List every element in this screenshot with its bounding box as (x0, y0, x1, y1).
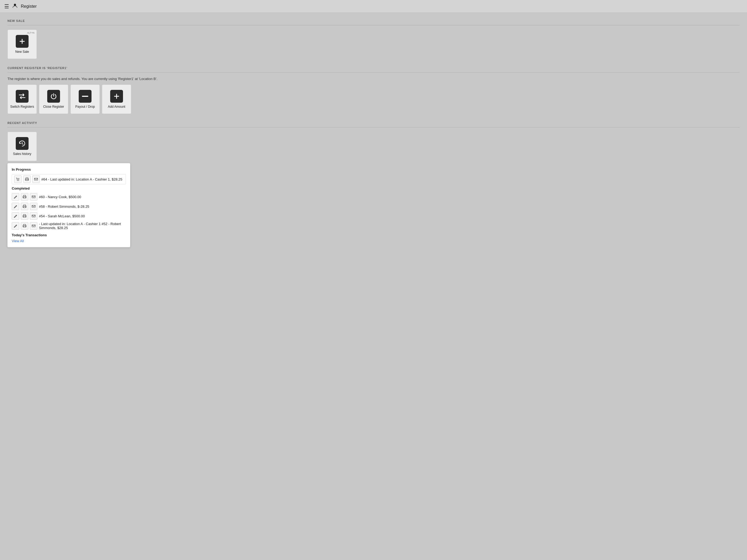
register-info-text: The register is where you do sales and r… (7, 77, 740, 81)
svg-rect-9 (24, 197, 26, 198)
sales-popup: In Progress (7, 163, 130, 247)
hamburger-icon[interactable]: ☰ (4, 3, 9, 9)
switch-icon (16, 90, 29, 103)
completed-0-edit-btn[interactable] (12, 193, 19, 201)
new-sale-divider (7, 25, 740, 25)
svg-rect-19 (32, 215, 35, 217)
completed-row-1: #58 - Robert Simmonds, $-28.25 (12, 203, 126, 210)
svg-rect-17 (24, 216, 26, 217)
close-register-label: Close Register (43, 105, 64, 109)
svg-rect-23 (32, 225, 35, 227)
completed-0-email-btn[interactable] (30, 193, 37, 201)
completed-1-print-btn[interactable] (21, 203, 28, 210)
completed-3-edit-btn[interactable] (12, 222, 19, 230)
payout-drop-label: Payout / Drop (75, 105, 95, 109)
svg-rect-20 (24, 224, 26, 225)
svg-rect-1 (82, 96, 88, 97)
completed-3-print-btn[interactable] (21, 222, 28, 230)
today-transactions-title: Today's Transactions (12, 233, 126, 237)
svg-rect-7 (34, 178, 37, 180)
svg-rect-21 (24, 226, 26, 227)
history-icon (16, 137, 29, 150)
completed-row-3-text: - Last updated in: Location A - Cashier … (39, 222, 126, 230)
register-section: CURRENT REGISTER IS 'REGISTER1' The regi… (7, 66, 740, 114)
svg-rect-8 (24, 195, 26, 196)
in-progress-cart-btn[interactable] (14, 176, 22, 183)
svg-rect-16 (24, 214, 26, 215)
in-progress-row-text: #64 - Last updated in: Location A - Cash… (41, 177, 124, 181)
in-progress-row: #64 - Last updated in: Location A - Cash… (12, 174, 126, 184)
new-sale-label: NEW SALE (7, 19, 740, 22)
completed-2-email-btn[interactable] (30, 212, 37, 220)
svg-rect-15 (32, 205, 35, 208)
top-bar: ☰ Register (0, 0, 747, 13)
completed-row-1-text: #58 - Robert Simmonds, $-28.25 (39, 205, 126, 209)
svg-point-2 (17, 180, 18, 181)
add-amount-icon (110, 90, 123, 103)
svg-point-10 (25, 196, 26, 197)
svg-rect-11 (32, 196, 35, 198)
view-all-link[interactable]: View All (12, 239, 24, 243)
add-amount-button[interactable]: Add Amount (102, 84, 131, 114)
main-content: NEW SALE ALT+N New Sale CURRENT REGISTER… (0, 13, 747, 560)
svg-point-22 (25, 225, 26, 226)
recent-activity-section: RECENT ACTIVITY Sales history In Progres… (7, 121, 740, 247)
recent-activity-divider (7, 127, 740, 128)
svg-point-18 (25, 216, 26, 216)
completed-title: Completed (12, 186, 126, 190)
switch-registers-label: Switch Registers (10, 105, 34, 109)
svg-point-0 (14, 4, 16, 6)
completed-row-2: #54 - Sarah McLean, $500.00 (12, 212, 126, 220)
completed-0-print-btn[interactable] (21, 193, 28, 201)
plus-icon (16, 35, 29, 48)
completed-row-3: - Last updated in: Location A - Cashier … (12, 222, 126, 230)
completed-3-email-btn[interactable] (30, 222, 37, 230)
switch-registers-button[interactable]: Switch Registers (7, 84, 37, 114)
completed-2-print-btn[interactable] (21, 212, 28, 220)
user-icon (12, 3, 18, 9)
close-register-button[interactable]: Close Register (39, 84, 68, 114)
svg-rect-12 (24, 205, 26, 206)
completed-row-0: #60 - Nancy Cook, $500.00 (12, 193, 126, 201)
svg-rect-13 (24, 207, 26, 208)
completed-1-edit-btn[interactable] (12, 203, 19, 210)
add-amount-label: Add Amount (108, 105, 125, 109)
svg-point-6 (28, 179, 28, 179)
recent-activity-grid: Sales history (7, 132, 740, 161)
register-divider (7, 72, 740, 73)
in-progress-print-btn[interactable] (23, 176, 31, 183)
completed-row-0-text: #60 - Nancy Cook, $500.00 (39, 195, 126, 199)
new-sale-grid: ALT+N New Sale (7, 30, 740, 59)
new-sale-button[interactable]: ALT+N New Sale (7, 30, 37, 59)
register-label: CURRENT REGISTER IS 'REGISTER1' (7, 66, 740, 70)
topbar-title: Register (21, 4, 37, 9)
sales-history-label: Sales history (13, 152, 31, 156)
new-sale-shortcut: ALT+N (27, 31, 34, 34)
in-progress-title: In Progress (12, 167, 126, 171)
in-progress-email-btn[interactable] (32, 176, 40, 183)
completed-row-2-text: #54 - Sarah McLean, $500.00 (39, 214, 126, 218)
sales-history-button[interactable]: Sales history (7, 132, 37, 161)
power-icon (47, 90, 60, 103)
svg-rect-5 (26, 180, 28, 181)
minus-icon (79, 90, 92, 103)
completed-1-email-btn[interactable] (30, 203, 37, 210)
register-buttons-grid: Switch Registers Close Register (7, 84, 740, 114)
svg-rect-4 (26, 178, 28, 179)
recent-activity-label: RECENT ACTIVITY (7, 121, 740, 125)
completed-2-edit-btn[interactable] (12, 212, 19, 220)
svg-point-3 (19, 180, 19, 181)
new-sale-label-text: New Sale (15, 50, 29, 54)
new-sale-section: NEW SALE ALT+N New Sale (7, 19, 740, 59)
payout-drop-button[interactable]: Payout / Drop (71, 84, 100, 114)
